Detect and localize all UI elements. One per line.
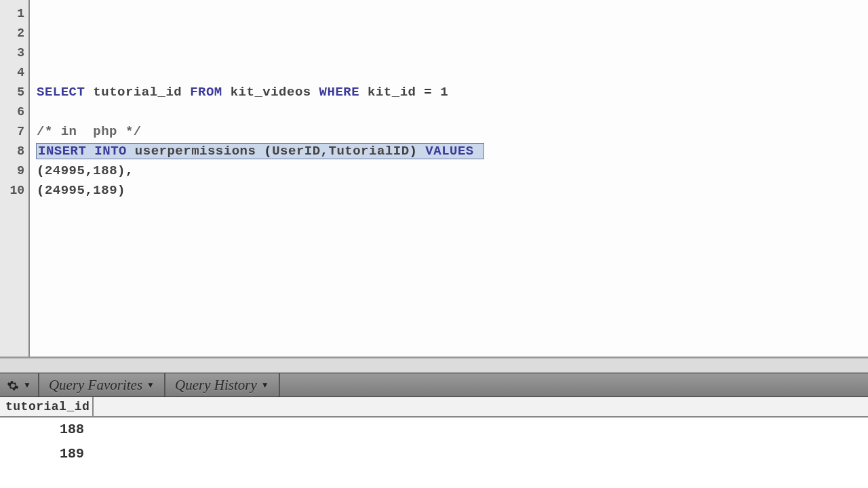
code-line[interactable]: (24995,188), <box>37 161 868 181</box>
column-header[interactable]: tutorial_id <box>0 397 94 416</box>
table-row[interactable]: 189 <box>0 442 868 466</box>
code-line[interactable]: SELECT tutorial_id FROM kit_videos WHERE… <box>37 83 868 102</box>
cell-value: 189 <box>0 442 94 466</box>
line-number: 4 <box>0 63 28 83</box>
results-header: tutorial_id <box>0 397 868 418</box>
code-line[interactable] <box>37 102 868 122</box>
cell-value: 188 <box>0 418 94 442</box>
code-line[interactable] <box>37 63 868 83</box>
chevron-down-icon: ▼ <box>146 380 155 390</box>
code-line[interactable]: (24995,189) <box>37 181 868 201</box>
line-number: 3 <box>0 43 28 63</box>
line-number: 7 <box>0 122 28 142</box>
gear-icon <box>7 379 19 391</box>
code-line[interactable]: /* in php */ <box>37 122 868 142</box>
code-line[interactable] <box>37 4 868 24</box>
code-line[interactable] <box>37 24 868 43</box>
line-number: 5 <box>0 83 28 102</box>
query-favorites-label: Query Favorites <box>49 377 142 394</box>
query-history-label: Query History <box>175 377 257 394</box>
code-area[interactable]: SELECT tutorial_id FROM kit_videos WHERE… <box>30 0 868 357</box>
line-number: 9 <box>0 161 28 181</box>
action-menu-button[interactable]: ▼ <box>0 373 39 396</box>
results-toolbar: ▼ Query Favorites ▼ Query History ▼ <box>0 373 868 397</box>
line-number: 8 <box>0 142 28 161</box>
line-number: 10 <box>0 181 28 201</box>
sql-editor-pane: 12345678910 SELECT tutorial_id FROM kit_… <box>0 0 868 358</box>
code-line[interactable] <box>37 43 868 63</box>
line-number: 2 <box>0 24 28 43</box>
results-body: 188189 <box>0 418 868 466</box>
line-number: 1 <box>0 4 28 24</box>
chevron-down-icon: ▼ <box>261 380 269 390</box>
query-history-button[interactable]: Query History ▼ <box>165 373 280 396</box>
line-number: 6 <box>0 102 28 122</box>
line-number-gutter: 12345678910 <box>0 0 30 357</box>
chevron-down-icon: ▼ <box>23 380 31 390</box>
results-pane: tutorial_id 188189 <box>0 397 868 488</box>
table-row[interactable]: 188 <box>0 418 868 442</box>
code-line[interactable]: INSERT INTO userpermissions (UserID,Tuto… <box>37 142 868 161</box>
pane-divider[interactable] <box>0 358 868 373</box>
query-favorites-button[interactable]: Query Favorites ▼ <box>39 373 165 396</box>
